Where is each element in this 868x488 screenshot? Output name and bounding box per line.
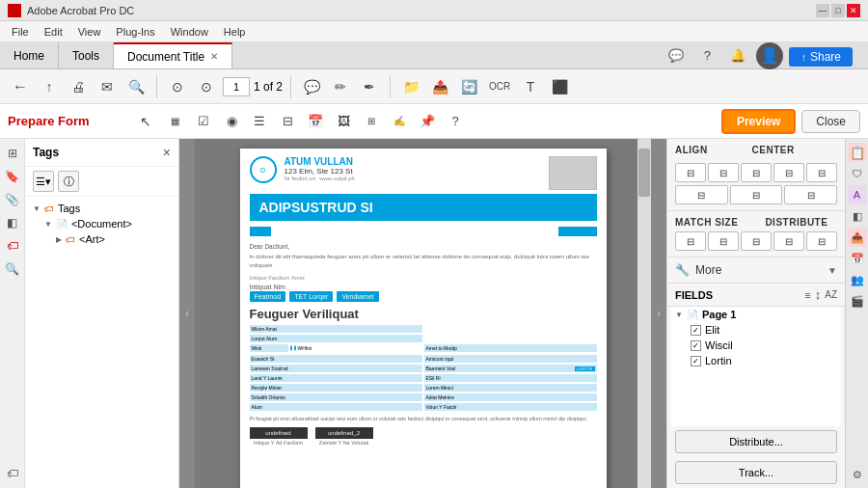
sidebar-icon-layers[interactable]: ◧ [2, 212, 23, 233]
page-input[interactable] [223, 77, 250, 96]
fr-layers-icon[interactable]: ◧ [848, 206, 867, 226]
align-center-h-btn[interactable]: ⊟ [708, 163, 739, 182]
form-f-r2[interactable]: Amicunt riqul [424, 355, 597, 363]
form-f-r4[interactable]: ESil Ri [424, 374, 597, 382]
fields-sort-icon[interactable]: ↕ [815, 287, 822, 302]
doc-btn-3[interactable]: Vendiamet [337, 291, 378, 302]
form-f6[interactable]: Land Y Launin [250, 374, 422, 382]
document-scroll[interactable]: ⊙ ATUM VULLAN 123 Elm, Ste 123 St Nr feu… [195, 139, 651, 488]
form-f9[interactable]: Alum [250, 403, 422, 411]
tree-art[interactable]: ▶ 🏷 <Art> [52, 231, 175, 247]
fields-wiscil-checkbox[interactable]: ✓ [691, 340, 701, 351]
match-height-btn[interactable]: ⊟ [708, 231, 739, 251]
panel-close-icon[interactable]: × [163, 145, 171, 160]
fr-shield-icon[interactable]: 🛡 [848, 164, 867, 183]
email-icon[interactable]: ✉ [95, 74, 120, 99]
redact-icon[interactable]: ⬛ [547, 74, 572, 99]
back-icon[interactable]: ← [8, 74, 33, 99]
panel-options-btn[interactable]: ☰▾ [33, 171, 54, 192]
up-arrow-icon[interactable]: ↑ [37, 74, 62, 99]
profile-icon[interactable]: 👤 [756, 42, 783, 69]
scroll-left-btn[interactable]: ‹ [179, 139, 195, 488]
fields-lortin-checkbox[interactable]: ✓ [691, 356, 701, 366]
form-field-right-1[interactable]: Amet to Modip [424, 344, 597, 352]
menu-view[interactable]: View [70, 24, 109, 40]
align-top-btn[interactable]: ⊟ [675, 185, 728, 204]
list-tool-btn[interactable]: ☰ [247, 109, 272, 134]
dist-h-btn[interactable]: ⊟ [773, 231, 804, 251]
radio-2[interactable] [294, 345, 296, 351]
close-form-button[interactable]: Close [801, 110, 860, 133]
image-tool-btn[interactable]: 🖼 [331, 109, 356, 134]
menu-plugins[interactable]: Plug-Ins [108, 24, 162, 40]
fields-menu-icon[interactable]: ≡ [804, 289, 810, 301]
notifications-icon[interactable]: 🔔 [725, 43, 750, 68]
menu-edit[interactable]: Edit [37, 24, 70, 40]
print-icon[interactable]: 🖨 [66, 74, 91, 99]
track-button[interactable]: Track... [675, 461, 837, 484]
sidebar-icon-bookmarks[interactable]: 🔖 [2, 166, 23, 187]
dropdown-tool-btn[interactable]: ⊟ [275, 109, 300, 134]
dist-v-btn[interactable]: ⊟ [806, 231, 837, 251]
convert-icon[interactable]: 🔄 [456, 74, 481, 99]
prev-page-icon[interactable]: ⊙ [165, 74, 190, 99]
form-field-2[interactable]: Lorput Alum [250, 335, 422, 342]
preview-button[interactable]: Preview [721, 109, 796, 134]
fr-users-icon[interactable]: 👥 [848, 270, 867, 289]
more-row[interactable]: 🔧 More ▼ [667, 258, 845, 284]
pen-icon[interactable]: ✏ [328, 74, 353, 99]
panel-info-btn[interactable]: ⓘ [58, 171, 79, 192]
footer-field-2[interactable]: undefined_2 [315, 427, 373, 439]
fields-az-icon[interactable]: AZ [825, 289, 837, 300]
fields-elit-checkbox[interactable]: ✓ [691, 325, 701, 336]
align-right-btn[interactable]: ⊟ [741, 163, 772, 182]
radio-tool-btn[interactable]: ◉ [219, 109, 244, 134]
next-page-icon[interactable]: ⊙ [194, 74, 219, 99]
menu-window[interactable]: Window [163, 24, 216, 40]
checkbox-tool-btn[interactable]: ☑ [191, 109, 216, 134]
center-v-btn[interactable]: ⊟ [806, 163, 837, 182]
form-f7[interactable]: Reciple Minier [250, 384, 422, 392]
fields-item-elit[interactable]: ✓ Elit [685, 322, 841, 338]
tab-close-icon[interactable]: ✕ [210, 51, 218, 62]
search-icon[interactable]: 🔍 [123, 74, 149, 99]
date-tool-btn[interactable]: 📅 [303, 109, 328, 134]
match-width-btn[interactable]: ⊟ [675, 231, 706, 251]
barcode-tool-btn[interactable]: ▦ [161, 109, 188, 134]
tree-tags-root[interactable]: ▼ 🏷 Tags [29, 201, 175, 216]
fr-calendar-icon[interactable]: 📅 [848, 249, 867, 268]
help-icon[interactable]: ? [694, 43, 719, 68]
form-field-3[interactable]: Wlsti [250, 344, 288, 352]
form-f-r3[interactable]: Baament Vosl LORTOR [424, 365, 597, 372]
scroll-right-btn[interactable]: › [651, 139, 666, 488]
form-f-r6[interactable]: Adiat Melnire [424, 393, 597, 401]
sidebar-icon-tags[interactable]: 🏷 [2, 235, 23, 257]
sign-icon[interactable]: ✒ [357, 74, 382, 99]
form-f4[interactable]: Erawich St [250, 355, 422, 363]
export-icon[interactable]: 📤 [427, 74, 452, 99]
pin-tool-btn[interactable]: 📌 [415, 109, 440, 134]
chat-icon[interactable]: 💬 [664, 43, 689, 68]
fr-form-icon[interactable]: 📋 [848, 143, 867, 162]
tab-document[interactable]: Document Title ✕ [114, 42, 232, 68]
fields-item-wiscil[interactable]: ✓ Wiscil [685, 338, 841, 353]
form-f5[interactable]: Lameam Soulrod [250, 365, 422, 372]
field-tool-btn[interactable]: ⊞ [359, 109, 384, 134]
fr-export-icon[interactable]: 📤 [848, 228, 867, 247]
align-middle-btn[interactable]: ⊟ [730, 185, 783, 204]
form-f-r5[interactable]: Lorem Minicl [424, 384, 597, 392]
fr-acrobat-icon[interactable]: A [848, 185, 867, 204]
folder-icon[interactable]: 📁 [398, 74, 423, 99]
select-tool-btn[interactable]: ↖ [133, 109, 158, 134]
fields-page-1-group[interactable]: ▼ 📄 Page 1 [671, 307, 841, 322]
form-f8[interactable]: Sritailth Orlamis [250, 393, 422, 401]
minimize-button[interactable]: — [816, 4, 829, 17]
tab-tools[interactable]: Tools [59, 42, 114, 68]
sidebar-icon-pages[interactable]: ⊞ [2, 143, 23, 164]
text-icon[interactable]: T [518, 74, 543, 99]
sidebar-icon-search[interactable]: 🔍 [2, 258, 23, 280]
doc-btn-1[interactable]: Featmod [250, 291, 286, 302]
fields-item-lortin[interactable]: ✓ Lortin [685, 353, 841, 368]
tab-home[interactable]: Home [0, 42, 59, 68]
maximize-button[interactable]: □ [831, 4, 845, 17]
